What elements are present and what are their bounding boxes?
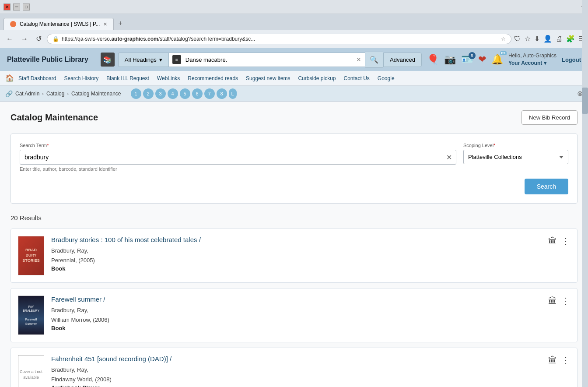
minimize-window-btn[interactable]: ─ xyxy=(13,4,20,11)
stack-icon: ≡ xyxy=(172,55,181,64)
result-title-2[interactable]: Farewell summer / xyxy=(51,296,541,303)
catalog-search-btn[interactable]: Search xyxy=(525,179,568,194)
result-item: FAYBRALBURYFarewellSummer Farewell summe… xyxy=(10,288,578,342)
library-action-icon-3[interactable]: 🏛 xyxy=(548,355,557,366)
page-scrollbar-thumb[interactable] xyxy=(582,88,588,114)
results-count: 20 Results xyxy=(10,214,578,222)
lock-icon: 🔒 xyxy=(52,36,59,42)
address-text: https://qa-swls-verso.auto-graphics.com/… xyxy=(62,36,498,42)
download-icon[interactable]: ⬇ xyxy=(534,35,540,43)
page-tab-6[interactable]: 6 xyxy=(192,88,203,99)
search-type-dropdown[interactable]: All Headings ▾ xyxy=(118,53,168,67)
nav-weblinks[interactable]: WebLinks xyxy=(154,73,183,84)
tab-close-btn[interactable]: ✕ xyxy=(103,21,107,27)
address-bar[interactable]: 🔒 https://qa-swls-verso.auto-graphics.co… xyxy=(47,34,511,44)
close-window-btn[interactable]: ✕ xyxy=(4,4,10,11)
result-info-3: Fahrenheit 451 [sound recording (DAD)] /… xyxy=(51,355,541,387)
scan-icon[interactable]: 📷 xyxy=(444,54,456,65)
card-icon[interactable]: 🪪 5 xyxy=(461,54,473,65)
more-action-icon-3[interactable]: ⋮ xyxy=(561,355,570,366)
tab-title: Catalog Maintenance | SWLS | P... xyxy=(20,21,100,27)
bell-icon[interactable]: 🔔 F9 xyxy=(491,54,503,65)
search-magnifier-btn[interactable]: 🔍 xyxy=(365,52,383,68)
nav-google[interactable]: Google xyxy=(374,73,398,84)
book-cover-1[interactable]: BRADBURYSTORIES xyxy=(18,236,44,275)
search-bar: All Headings ▾ ≡ ✕ 🔍 Advanced xyxy=(118,52,422,68)
page-tab-3[interactable]: 3 xyxy=(155,88,166,99)
library-action-icon-1[interactable]: 🏛 xyxy=(548,236,557,246)
nav-bar: ← → ↺ 🔒 https://qa-swls-verso.auto-graph… xyxy=(0,30,588,48)
new-bib-record-btn[interactable]: New Bib Record xyxy=(522,110,578,125)
page-tab-1[interactable]: 1 xyxy=(131,88,141,99)
window-controls[interactable]: ✕ ─ □ xyxy=(4,4,30,11)
search-term-clear-btn[interactable]: ✕ xyxy=(446,153,452,162)
main-content: Catalog Maintenance New Bib Record Searc… xyxy=(0,102,588,387)
logout-btn[interactable]: Logout xyxy=(562,56,581,63)
bookmark-star-icon[interactable]: ☆ xyxy=(501,36,506,42)
result-title-3[interactable]: Fahrenheit 451 [sound recording (DAD)] / xyxy=(51,355,541,362)
nav-search-history[interactable]: Search History xyxy=(61,73,102,84)
nav-recommended-reads[interactable]: Recommended reads xyxy=(184,73,242,84)
page-tab-2[interactable]: 2 xyxy=(143,88,154,99)
main-search-input[interactable] xyxy=(184,53,356,67)
result-publisher-2: William Morrow, (2006) xyxy=(51,315,541,325)
book-cover-3[interactable]: Cover art not available xyxy=(18,355,44,387)
back-btn[interactable]: ← xyxy=(4,33,16,45)
page-scrollbar[interactable] xyxy=(582,0,588,387)
active-tab[interactable]: Catalog Maintenance | SWLS | P... ✕ xyxy=(4,18,114,30)
page-tab-5[interactable]: 5 xyxy=(180,88,190,99)
scoping-select[interactable]: Platteville Collections xyxy=(463,150,568,164)
page-title: Catalog Maintenance xyxy=(10,113,98,123)
forward-btn[interactable]: → xyxy=(18,33,31,45)
balloon-icon[interactable]: 🎈 xyxy=(427,54,439,65)
breadcrumb-page: Catalog Maintenance xyxy=(71,91,121,97)
breadcrumb-catalog[interactable]: Catalog xyxy=(46,91,64,97)
chevron-down-icon: ▾ xyxy=(159,56,162,63)
breadcrumb-cat-admin[interactable]: Cat Admin xyxy=(15,91,39,97)
header-icons: 🎈 📷 🪪 5 ❤ 🔔 F9 Hello, Auto-Graphics Your… xyxy=(427,52,581,67)
scoping-group: Scoping Level* Platteville Collections xyxy=(463,143,568,164)
more-action-icon-2[interactable]: ⋮ xyxy=(561,296,570,306)
print-icon[interactable]: 🖨 xyxy=(556,35,563,43)
page-tab-7[interactable]: 7 xyxy=(204,88,215,99)
extension-icon[interactable]: 🧩 xyxy=(566,35,575,43)
new-tab-btn[interactable]: + xyxy=(114,17,126,30)
tab-bar: Catalog Maintenance | SWLS | P... ✕ + xyxy=(0,14,588,30)
page-tab-L[interactable]: L xyxy=(229,88,237,99)
profile-icon[interactable]: 👤 xyxy=(543,35,552,43)
url-domain: auto-graphics.com xyxy=(111,36,158,42)
search-clear-btn[interactable]: ✕ xyxy=(356,56,361,63)
book-cover-2[interactable]: FAYBRALBURYFarewellSummer xyxy=(18,296,44,335)
result-type-2: Book xyxy=(51,325,541,331)
search-term-input[interactable] xyxy=(20,150,456,165)
result-actions-2: 🏛 ⋮ xyxy=(548,296,570,306)
nav-icons: 🛡 ☆ ⬇ 👤 🖨 🧩 ☰ xyxy=(514,35,584,43)
nav-suggest-items[interactable]: Suggest new items xyxy=(242,73,294,84)
nav-staff-dashboard[interactable]: Staff Dashboard xyxy=(15,73,60,84)
user-account-link[interactable]: Your Account ▾ xyxy=(508,60,556,67)
search-hint: Enter title, author, barcode, standard i… xyxy=(20,166,456,172)
more-action-icon-1[interactable]: ⋮ xyxy=(561,236,570,246)
result-type-1: Book xyxy=(51,265,541,272)
advanced-search-btn[interactable]: Advanced xyxy=(383,53,422,67)
nav-contact-us[interactable]: Contact Us xyxy=(340,73,373,84)
library-action-icon-2[interactable]: 🏛 xyxy=(548,296,557,306)
user-info: Hello, Auto-Graphics Your Account ▾ xyxy=(508,52,556,67)
result-title-1[interactable]: Bradbury stories : 100 of his most celeb… xyxy=(51,236,541,243)
page-tab-4[interactable]: 4 xyxy=(168,88,178,99)
result-item: Cover art not available Fahrenheit 451 [… xyxy=(10,348,578,387)
result-publisher-1: Perennial, (2005) xyxy=(51,256,541,265)
home-icon[interactable]: 🏠 xyxy=(5,74,14,82)
reload-btn[interactable]: ↺ xyxy=(33,33,44,45)
card-badge: 5 xyxy=(469,52,476,59)
star-icon[interactable]: ☆ xyxy=(525,35,531,43)
nav-curbside[interactable]: Curbside pickup xyxy=(294,73,339,84)
result-actions-3: 🏛 ⋮ xyxy=(548,355,570,366)
search-term-input-wrapper: ✕ xyxy=(20,150,456,165)
maximize-window-btn[interactable]: □ xyxy=(23,4,30,11)
result-author-3: Bradbury, Ray, xyxy=(51,365,541,375)
page-tab-8[interactable]: 8 xyxy=(217,88,227,99)
heart-icon[interactable]: ❤ xyxy=(478,54,486,65)
url-suffix: /staff/catalog?searchTerm=bradbury&sc... xyxy=(158,36,256,42)
nav-blank-ill[interactable]: Blank ILL Request xyxy=(103,73,153,84)
